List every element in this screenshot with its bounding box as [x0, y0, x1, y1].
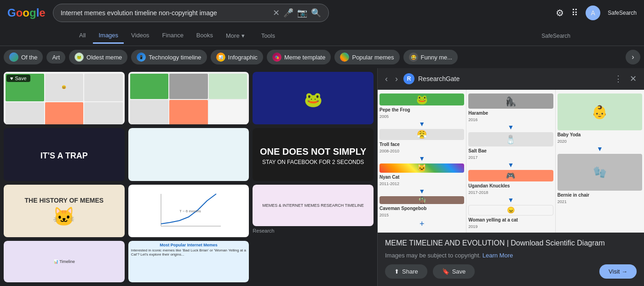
clear-icon[interactable]: ✕: [273, 8, 280, 18]
image-result-9[interactable]: MEMES & INTERNET MEMES RESEARCH TIMELINE…: [253, 185, 374, 237]
image-result-4[interactable]: IT'S A TRAP T Timetoast History of Inter…: [4, 128, 125, 181]
search-icon[interactable]: 🔍: [311, 8, 321, 18]
chip-infographic[interactable]: 📊 Infographic: [211, 50, 263, 64]
chip-technology-icon: 📱: [137, 53, 146, 62]
nav-tabs: All Images Videos Finance Books More ▾ T…: [0, 26, 644, 46]
tab-videos[interactable]: Videos: [126, 28, 155, 44]
panel-next-button[interactable]: ›: [393, 72, 400, 86]
search-input[interactable]: [61, 9, 269, 17]
chip-popular-memes[interactable]: Popular memes: [334, 50, 399, 64]
panel-more-button[interactable]: ⋮: [612, 72, 624, 86]
chips-next-button[interactable]: ›: [626, 50, 640, 64]
panel-col-3: 👶 Baby Yoda 2020 ▼ 🧤 Bernie in chair 202…: [556, 90, 644, 233]
image-thumbnail-5: [128, 128, 249, 181]
panel-header: ‹ › R ResearchGate ⋮ ✕: [378, 68, 644, 90]
tab-images[interactable]: Images: [93, 28, 124, 44]
panel-image-area: 🐸 Pepe the Frog 2005 ▼ 😤 Troll face 2008…: [378, 90, 644, 233]
chevron-down-icon: ▾: [242, 32, 245, 39]
share-icon: ⬆: [394, 268, 399, 275]
arrow-6: ▼: [468, 197, 553, 203]
nyan-img: 🐱: [380, 163, 464, 173]
share-button[interactable]: ⬆ Share: [385, 264, 427, 279]
panel-col-2: 🦍 Harambe 2016 ▼ 🧂 Salt Bae 2017 ▼ 🎮 Uga…: [466, 90, 555, 233]
panel-info: MEME TIMELINE AND EVOLUTION | Download S…: [378, 233, 644, 284]
chip-oldest-meme[interactable]: 🐸 Oldest meme: [69, 50, 127, 64]
bookmark-icon: 🔖: [442, 268, 449, 275]
heart-icon: ♥: [10, 76, 13, 81]
search-bar: ✕ 🎤 📷 🔍: [53, 4, 329, 22]
arrow-2: ▼: [380, 155, 464, 162]
plus-icon: +: [380, 219, 464, 229]
panel-col-1: 🐸 Pepe the Frog 2005 ▼ 😤 Troll face 2008…: [378, 90, 466, 233]
saltbae-img: 🧂: [468, 132, 553, 146]
tab-all[interactable]: All: [74, 28, 91, 44]
google-logo: Google: [7, 6, 46, 19]
image-thumbnail-9: MEMES & INTERNET MEMES RESEARCH TIMELINE: [253, 185, 374, 226]
chip-popular-icon: [340, 53, 349, 62]
right-panel: ‹ › R ResearchGate ⋮ ✕ 🐸 Pepe the Frog 2…: [377, 68, 644, 286]
tools-button[interactable]: Tools: [256, 29, 281, 43]
settings-icon[interactable]: ⚙: [556, 7, 564, 18]
save-badge[interactable]: ♥ Save: [6, 75, 30, 82]
header: Google ✕ 🎤 📷 🔍 ⚙ ⠿ A SafeSearch: [0, 0, 644, 26]
chip-funny-icon: 😂: [409, 53, 418, 62]
image-thumbnail-3: 🐸: [253, 72, 374, 124]
safesearch-label: SafeSearch: [608, 10, 637, 16]
image-result-6[interactable]: ONE DOES NOT SIMPLY STAY ON FACEBOOK FOR…: [253, 128, 374, 181]
filter-chips: Of the Art 🐸 Oldest meme 📱 Technology ti…: [0, 46, 644, 68]
chip-of-the-icon: [9, 53, 18, 62]
microphone-icon[interactable]: 🎤: [283, 8, 293, 18]
arrow-5: ▼: [468, 162, 553, 168]
camera-icon[interactable]: 📷: [297, 8, 307, 18]
save-button[interactable]: 🔖 Save: [433, 264, 475, 279]
apps-icon[interactable]: ⠿: [571, 7, 578, 18]
image-result-1[interactable]: ♥ Save 😆 R ResearchGate MEME TIMELINE AN…: [4, 72, 125, 124]
caveman-img: 🧌: [380, 196, 464, 204]
image-result-3[interactable]: 🐸 r Reddit The History Of Me...: [253, 72, 374, 124]
header-right: ⚙ ⠿ A SafeSearch: [556, 6, 637, 20]
image-result-2[interactable]: R ResearchGate MEME TIMELINE AND ...: [128, 72, 249, 124]
arrow-7: ▼: [558, 146, 642, 152]
image-result-8[interactable]: T ~ 6 months N Nature memes evolution ..…: [128, 185, 249, 237]
chip-oldest-meme-icon: 🐸: [75, 53, 84, 62]
chip-art[interactable]: Art: [46, 51, 65, 64]
tab-more[interactable]: More ▾: [220, 29, 250, 43]
chip-meme-template-icon: 🎭: [272, 53, 282, 62]
harambe-img: 🦍: [468, 93, 553, 109]
safesearch-nav: SafeSearch: [541, 33, 570, 39]
chip-of-the[interactable]: Of the: [4, 50, 43, 64]
chip-meme-template[interactable]: 🎭 Meme template: [267, 50, 331, 64]
chip-technology-timeline[interactable]: 📱 Technology timeline: [131, 50, 207, 64]
ugandan-img: 🎮: [468, 170, 553, 181]
image-grid: ♥ Save 😆 R ResearchGate MEME TIMELINE AN…: [0, 68, 377, 286]
account-avatar[interactable]: A: [586, 6, 600, 20]
arrow-3: ▼: [380, 188, 464, 194]
image-result-5[interactable]: G Global Nerdy Internet Memes Timeline :…: [128, 128, 249, 181]
chip-funny-memes[interactable]: 😂 Funny me...: [403, 50, 458, 64]
woman-img: 😠: [468, 205, 553, 216]
image-result-7[interactable]: THE HISTORY OF MEMES 🐱 ▼ Interrobang The…: [4, 185, 125, 237]
image-thumbnail-11: Most Popular Internet Memes Interested i…: [128, 241, 249, 282]
panel-close-button[interactable]: ✕: [628, 72, 638, 86]
arrow-4: ▼: [468, 124, 553, 130]
panel-actions: ⬆ Share 🔖 Save Visit →: [385, 264, 637, 279]
image-thumbnail-1: ♥ Save 😆: [4, 72, 125, 124]
image-thumbnail-2: [128, 72, 249, 124]
panel-copyright: Images may be subject to copyright. Lear…: [385, 252, 637, 259]
image-thumbnail-4: IT'S A TRAP: [4, 128, 125, 181]
image-thumbnail-6: ONE DOES NOT SIMPLY STAY ON FACEBOOK FOR…: [253, 128, 374, 181]
image-result-11[interactable]: Most Popular Internet Memes Interested i…: [128, 241, 249, 282]
troll-img: 😤: [380, 129, 464, 140]
visit-button[interactable]: Visit →: [599, 264, 637, 279]
learn-more-link[interactable]: Learn More: [483, 252, 513, 259]
tab-books[interactable]: Books: [191, 28, 218, 44]
panel-source-icon: R: [403, 73, 414, 84]
baby-yoda-img: 👶: [558, 93, 642, 130]
main-content: ♥ Save 😆 R ResearchGate MEME TIMELINE AN…: [0, 68, 644, 286]
tab-finance[interactable]: Finance: [157, 28, 189, 44]
bernie-img: 🧤: [558, 154, 642, 191]
panel-title: MEME TIMELINE AND EVOLUTION | Download S…: [385, 238, 637, 248]
panel-prev-button[interactable]: ‹: [383, 72, 390, 86]
image-result-10[interactable]: 📊 Timeline: [4, 241, 125, 282]
image-source-9: Research: [253, 226, 374, 234]
